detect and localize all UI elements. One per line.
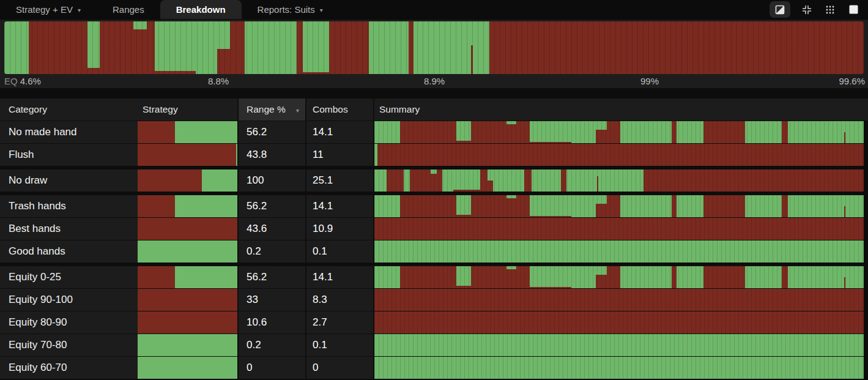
table-row[interactable]: No draw10025.1 [0,170,868,192]
chevron-down-icon: ▾ [320,7,323,13]
red-segment [147,21,155,74]
combos-cell: 2.7 [305,311,373,333]
green-segment [196,21,217,74]
strategy-green-segment [175,121,237,143]
red-segment [672,266,677,288]
summary-strip [374,311,864,333]
tab-ranges[interactable]: Ranges [97,0,160,19]
mixed-segment [456,195,471,217]
tab-breakdown[interactable]: Breakdown [160,0,242,19]
collapse-button[interactable] [797,1,817,18]
tab-strategy-ev[interactable]: Strategy + EV ▾ [0,0,97,19]
mixed-segment [456,121,471,143]
green-segment [571,266,596,288]
range-percent-value: 43.8 [247,149,267,161]
combos-cell: 14.1 [305,266,373,288]
summary-strip [374,170,864,192]
red-segment [29,21,87,74]
square-view-button[interactable] [844,1,863,18]
red-segment [400,195,456,217]
red-segment [672,195,677,217]
red-segment [703,266,745,288]
mixed-segment [596,195,607,217]
green-segment [745,266,782,288]
tab-reports-suits[interactable]: Reports: Suits ▾ [242,0,339,19]
strategy-bar [138,121,237,143]
green-segment [374,170,387,192]
diagonal-contrast-button[interactable] [770,1,790,18]
green-segment [845,121,864,143]
green-segment [677,266,703,288]
strategy-bar [138,240,237,263]
range-percent-cell: 56.2 [237,195,305,217]
strategy-red-segment [138,170,202,192]
green-segment [374,195,400,217]
strategy-green-segment [138,357,237,379]
red-segment [374,218,864,240]
table-row[interactable]: Flush43.811 [0,144,868,166]
green-segment [374,334,864,356]
strategy-bar [138,357,237,379]
strategy-red-segment [138,289,237,311]
mixed-segment [488,170,494,192]
strategy-red-segment [138,195,175,217]
green-segment [571,195,596,217]
green-segment [788,121,844,143]
tab-strategy-ev-label: Strategy + EV [16,4,73,15]
table-header-row: Category Strategy Range % ▾ Combos Summa… [0,99,868,121]
combos-value: 14.1 [313,271,333,283]
mixed-segment [217,21,230,74]
table-row[interactable]: Good hands0.20.1 [0,240,868,263]
strategy-bar [138,311,237,333]
mixed-segment [530,121,571,143]
table-row[interactable]: Equity 0-2556.214.1 [0,266,868,288]
strategy-green-segment [202,170,237,192]
column-header-summary: Summary [373,99,868,121]
red-segment [516,195,530,217]
green-segment [532,170,561,192]
green-segment [442,170,453,192]
red-segment [561,170,567,192]
red-segment [400,121,456,143]
strategy-red-segment [138,266,175,288]
eq-axis-tick: 4.6% [20,76,41,86]
strategy-red-segment [138,311,237,333]
strategy-bar-cell [138,170,237,192]
grid-button[interactable] [820,1,840,18]
range-percent-value: 0.2 [247,245,261,258]
table-row[interactable]: No made hand56.214.1 [0,121,868,143]
mixed-segment [596,266,607,288]
breakdown-table: Category Strategy Range % ▾ Combos Summa… [0,99,868,379]
range-sort-button[interactable]: Range % ▾ [239,99,305,121]
range-percent-cell: 56.2 [237,266,305,288]
category-cell: Flush [0,144,138,166]
red-segment [100,21,133,74]
category-label: Trash hands [9,200,66,212]
column-header-strategy: Strategy [138,99,237,121]
category-label: No draw [9,174,47,187]
tab-reports-suits-label: Reports: Suits [258,4,315,15]
summary-cell [373,195,868,217]
table-row[interactable]: Trash hands56.214.1 [0,195,868,217]
table-row[interactable]: Equity 70-800.20.1 [0,334,868,356]
table-row[interactable]: Equity 80-9010.62.7 [0,311,868,333]
red-segment [516,121,530,143]
combos-value: 25.1 [313,174,333,187]
topbar-spacer [339,0,768,19]
combos-value: 14.1 [313,126,333,138]
table-row[interactable]: Equity 90-100338.3 [0,289,868,311]
summary-cell [373,334,868,356]
summary-strip [374,121,864,143]
table-row[interactable]: Equity 60-7000 [0,357,868,379]
eq-axis-tick: 99% [640,76,659,86]
category-cell: No made hand [0,121,138,143]
category-label: Equity 60-70 [9,362,67,374]
range-percent-value: 100 [247,174,264,187]
red-segment [782,266,788,288]
range-percent-value: 10.6 [247,316,267,329]
equity-strip-chart[interactable] [4,21,864,74]
strategy-bar [138,289,237,311]
table-row[interactable]: Best hands43.610.9 [0,218,868,240]
category-cell: Best hands [0,218,138,240]
strategy-bar-cell [138,289,237,311]
